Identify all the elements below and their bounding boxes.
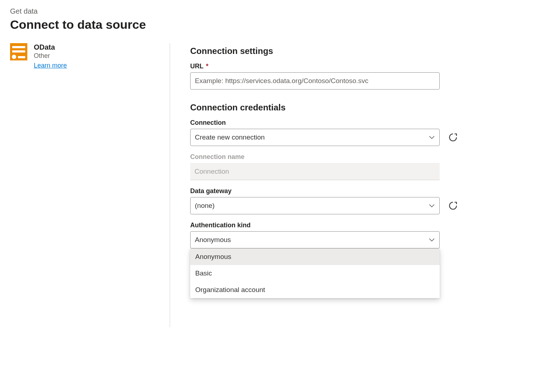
data-gateway-select[interactable]: (none) [190, 197, 440, 214]
refresh-connection-icon[interactable] [448, 133, 458, 142]
data-gateway-select-value: (none) [195, 202, 215, 210]
auth-option-anonymous[interactable]: Anonymous [190, 249, 440, 265]
breadcrumb: Get data [10, 7, 530, 15]
chevron-down-icon [429, 134, 435, 141]
refresh-gateway-icon[interactable] [448, 201, 458, 210]
connection-select-value: Create new connection [195, 133, 265, 141]
learn-more-link[interactable]: Learn more [34, 62, 67, 69]
connection-name-label: Connection name [190, 153, 522, 161]
connection-select[interactable]: Create new connection [190, 129, 440, 146]
chevron-down-icon [429, 237, 435, 243]
odata-connector-icon [10, 43, 27, 60]
connector-name: OData [34, 43, 67, 51]
url-label: URL * [190, 63, 522, 70]
required-indicator: * [206, 63, 209, 70]
auth-kind-select[interactable]: Anonymous [190, 231, 440, 249]
data-gateway-label: Data gateway [190, 187, 522, 195]
auth-option-basic[interactable]: Basic [190, 265, 440, 282]
connection-label: Connection [190, 119, 522, 127]
auth-kind-select-value: Anonymous [195, 236, 231, 244]
connection-credentials-heading: Connection credentials [190, 102, 522, 113]
url-input[interactable] [190, 72, 440, 90]
auth-kind-label: Authentication kind [190, 222, 522, 229]
connection-name-input [190, 163, 440, 180]
connection-settings-heading: Connection settings [190, 46, 522, 56]
auth-kind-dropdown: Anonymous Basic Organizational account [190, 249, 440, 298]
page-title: Connect to data source [10, 18, 530, 32]
chevron-down-icon [429, 202, 435, 209]
auth-option-organizational[interactable]: Organizational account [190, 282, 440, 298]
connector-category: Other [34, 52, 67, 60]
